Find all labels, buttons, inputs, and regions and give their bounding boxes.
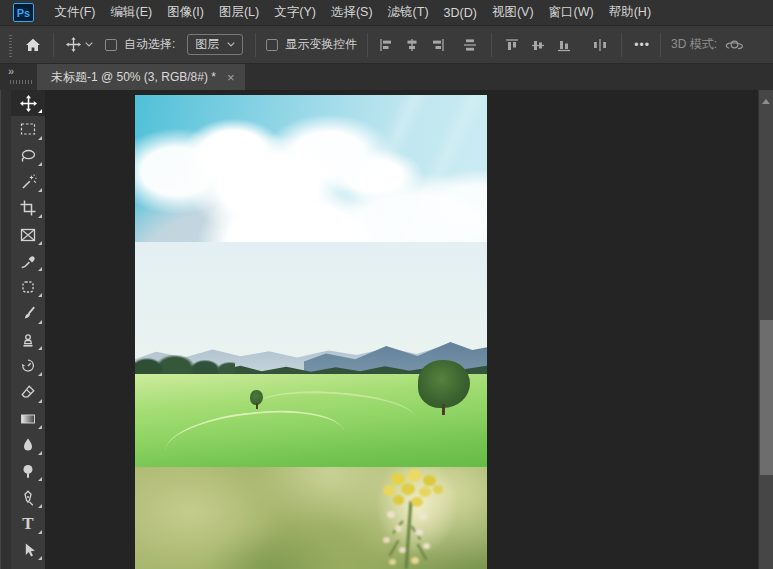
sun-rays [276, 95, 487, 242]
pen-tool[interactable] [11, 484, 45, 510]
green-hills-photo [135, 242, 487, 467]
document-tab-title: 未标题-1 @ 50% (3, RGB/8#) * [51, 69, 216, 86]
options-bar-grip[interactable] [9, 33, 12, 57]
yellow-flowers-photo [135, 467, 487, 569]
separator [491, 33, 492, 57]
auto-select-target-value: 图层 [195, 36, 219, 53]
auto-select-checkbox[interactable] [105, 39, 117, 51]
menu-window[interactable]: 窗口(W) [541, 0, 601, 25]
auto-select-label: 自动选择: [124, 36, 175, 53]
brush-tool[interactable] [11, 300, 45, 326]
rectangular-marquee-tool[interactable] [11, 116, 45, 142]
scrollbar-up-arrow[interactable] [762, 99, 770, 104]
separator [255, 33, 256, 57]
separator [660, 33, 661, 57]
history-brush-icon [19, 357, 37, 375]
photoshop-logo: Ps [13, 3, 34, 22]
rectangular-marquee-icon [19, 120, 37, 138]
menu-file[interactable]: 文件(F) [47, 0, 103, 25]
toolbar-header: » [0, 64, 37, 90]
small-tree-trunk [256, 403, 258, 409]
align-top-edges-button[interactable] [504, 38, 520, 52]
show-transform-checkbox[interactable] [266, 39, 278, 51]
dodge-icon [19, 462, 37, 480]
home-icon [25, 38, 41, 52]
menu-help[interactable]: 帮助(H) [601, 0, 658, 25]
more-align-options-button[interactable]: ••• [634, 38, 650, 52]
document-tab[interactable]: 未标题-1 @ 50% (3, RGB/8#) * × [37, 64, 245, 90]
distribute-horizontal-centers-icon [592, 38, 608, 52]
tab-close-button[interactable]: × [227, 71, 235, 84]
menu-layer[interactable]: 图层(L) [211, 0, 266, 25]
tools-panel: T [0, 90, 45, 569]
lasso-icon [19, 147, 37, 165]
toolbar-grip[interactable] [10, 80, 32, 84]
chevron-down-icon [85, 42, 93, 47]
eraser-tool[interactable] [11, 379, 45, 405]
magic-wand-icon [19, 173, 37, 191]
home-button[interactable] [25, 38, 41, 52]
eyedropper-tool[interactable] [11, 248, 45, 274]
lasso-tool[interactable] [11, 143, 45, 169]
align-horizontal-centers-button[interactable] [404, 38, 420, 52]
large-tree-trunk [442, 404, 445, 415]
expand-toolbar-button[interactable]: » [8, 65, 13, 77]
canvas-pasteboard [45, 90, 758, 569]
clone-stamp-tool[interactable] [11, 327, 45, 353]
align-vertical-centers-icon [530, 38, 546, 52]
rectangle-shape-tool[interactable] [11, 563, 45, 569]
menu-type[interactable]: 文字(Y) [267, 0, 324, 25]
3d-orbit-button [725, 37, 744, 52]
align-bottom-edges-button[interactable] [556, 38, 572, 52]
selection-arrow-icon [19, 541, 37, 559]
photoshop-window: { "app": { "logo_text": "Ps" }, "menu": … [0, 0, 773, 569]
menu-image[interactable]: 图像(I) [160, 0, 212, 25]
document-canvas[interactable] [135, 95, 487, 569]
align-left-edges-button[interactable] [378, 38, 394, 52]
menu-items: 文件(F) 编辑(E) 图像(I) 图层(L) 文字(Y) 选择(S) 滤镜(T… [47, 0, 659, 25]
distribute-vertical-centers-button[interactable] [462, 38, 478, 52]
frame-tool[interactable] [11, 221, 45, 247]
scrollbar-thumb[interactable] [760, 320, 773, 475]
move-tool[interactable] [11, 90, 45, 116]
dodge-tool[interactable] [11, 458, 45, 484]
align-vertical-centers-button[interactable] [530, 38, 546, 52]
chevron-down-icon [227, 42, 235, 47]
gradient-tool[interactable] [11, 406, 45, 432]
menu-filter[interactable]: 滤镜(T) [380, 0, 436, 25]
distribute-vertical-centers-icon [462, 38, 478, 52]
sky-clouds-photo [135, 95, 487, 242]
separator [621, 33, 622, 57]
vertical-scrollbar[interactable] [758, 90, 773, 569]
move-tool-preset[interactable] [66, 37, 81, 52]
separator [53, 33, 54, 57]
align-horizontal-centers-icon [404, 38, 420, 52]
separator [367, 33, 368, 57]
tab-bar: » 未标题-1 @ 50% (3, RGB/8#) * × [0, 64, 773, 90]
align-right-edges-icon [430, 38, 446, 52]
eraser-icon [19, 383, 37, 401]
menu-bar: Ps 文件(F) 编辑(E) 图像(I) 图层(L) 文字(Y) 选择(S) 滤… [0, 0, 773, 26]
auto-select-target-dropdown[interactable]: 图层 [187, 34, 243, 55]
crop-icon [19, 199, 37, 217]
align-right-edges-button[interactable] [430, 38, 446, 52]
distribute-horizontal-centers-button[interactable] [592, 38, 608, 52]
crop-tool[interactable] [11, 195, 45, 221]
menu-select[interactable]: 选择(S) [323, 0, 380, 25]
spot-healing-tool[interactable] [11, 274, 45, 300]
blur-drop-icon [19, 436, 37, 454]
tool-preset-chevron[interactable] [85, 42, 93, 47]
path-selection-tool[interactable] [11, 537, 45, 563]
3d-orbit-icon [725, 37, 744, 52]
3d-mode-label: 3D 模式: [671, 36, 717, 53]
align-top-edges-icon [504, 38, 520, 52]
history-brush-tool[interactable] [11, 353, 45, 379]
type-tool[interactable]: T [11, 511, 45, 537]
menu-view[interactable]: 视图(V) [484, 0, 541, 25]
toolstrip: T [11, 90, 45, 569]
menu-edit[interactable]: 编辑(E) [103, 0, 160, 25]
blur-tool[interactable] [11, 432, 45, 458]
magic-wand-tool[interactable] [11, 169, 45, 195]
frame-icon [19, 226, 37, 244]
menu-3d[interactable]: 3D(D) [436, 0, 484, 25]
